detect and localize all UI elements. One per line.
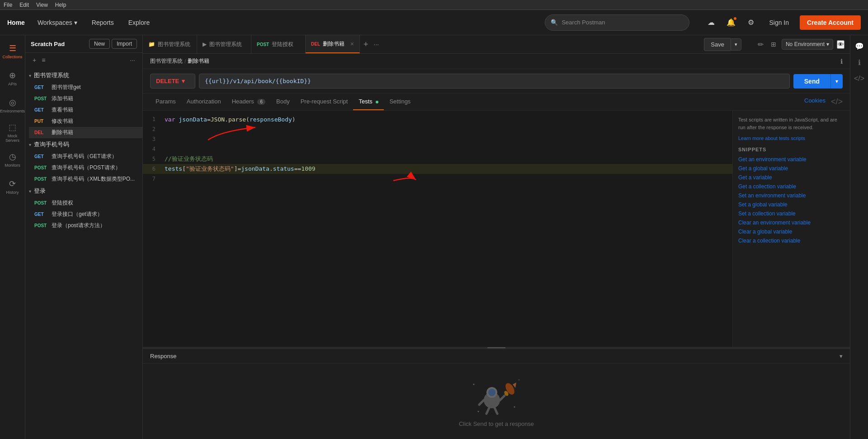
response-chevron-icon[interactable]: ▾ <box>840 353 843 360</box>
sidebar-item-monitors[interactable]: ◷ Monitors <box>2 147 24 173</box>
tab-close-icon[interactable]: × <box>350 40 354 47</box>
tab-method-badge: POST <box>257 42 269 47</box>
tab-settings[interactable]: Settings <box>384 93 416 110</box>
tab-params[interactable]: Params <box>150 93 181 110</box>
list-item[interactable]: POST 登陆授权 <box>29 197 142 209</box>
search-bar[interactable]: 🔍 Search Postman <box>545 14 689 31</box>
eye-icon-button[interactable]: 👁 <box>837 40 844 49</box>
home-button[interactable]: Home <box>7 19 25 26</box>
method-badge-get: GET <box>34 212 49 217</box>
history-icon: ⟳ <box>9 179 16 189</box>
menu-edit[interactable]: Edit <box>19 2 29 8</box>
new-button[interactable]: New <box>89 39 110 49</box>
cloud-icon[interactable]: ☁ <box>704 15 718 30</box>
tab-post-login[interactable]: POST 登陆授权 <box>251 35 306 53</box>
menu-view[interactable]: View <box>36 2 48 8</box>
method-chevron-icon: ▾ <box>182 78 185 84</box>
view-icon-button[interactable]: ⊞ <box>769 39 778 50</box>
tab-pre-request[interactable]: Pre-request Script <box>295 93 354 110</box>
collection-header-main[interactable]: ▾ 图书管理系统 <box>25 69 142 82</box>
code-line: 5 //验证业务状态码 <box>143 154 732 164</box>
info-icon-button[interactable]: ℹ <box>840 58 843 65</box>
menu-help[interactable]: Help <box>55 2 66 8</box>
editor-area: 1 var jsonData=JSON.parse(responseBody) … <box>143 111 850 347</box>
send-button-group: Send ▾ <box>793 74 843 89</box>
panel-actions: New Import <box>89 39 137 49</box>
list-item[interactable]: POST 查询手机号码（XML数据类型PO... <box>29 173 142 185</box>
tab-method-badge: DEL <box>311 42 320 47</box>
save-dropdown-button[interactable]: ▾ <box>731 38 741 51</box>
tab-folder-2[interactable]: ▶ 图书管理系统 <box>197 35 251 53</box>
tab-headers[interactable]: Headers 6 <box>226 93 271 110</box>
list-item[interactable]: GET 查看书籍 <box>29 104 142 116</box>
add-tab-button[interactable]: + <box>360 40 372 49</box>
sub-collection-name: 查询手机号码 <box>34 140 69 149</box>
method-selector[interactable]: DELETE ▾ <box>150 74 195 89</box>
send-dropdown[interactable]: ▾ <box>830 74 843 89</box>
explore-nav[interactable]: Explore <box>125 17 153 28</box>
right-comments-icon[interactable]: 💬 <box>852 39 867 53</box>
send-button[interactable]: Send <box>793 74 830 89</box>
list-item-active[interactable]: DEL 删除书籍 <box>29 127 142 138</box>
sidebar-item-history[interactable]: ⟳ History <box>2 174 24 200</box>
sign-in-button[interactable]: Sign In <box>764 16 794 29</box>
right-code-icon[interactable]: </> <box>852 71 867 86</box>
reports-nav[interactable]: Reports <box>88 17 118 28</box>
environment-selector[interactable]: No Environment ▾ <box>782 39 833 50</box>
tab-tests[interactable]: Tests <box>353 93 384 110</box>
snippet-item[interactable]: Set a collection variable <box>738 209 844 218</box>
tab-body[interactable]: Body <box>271 93 295 110</box>
snippet-item[interactable]: Get a collection variable <box>738 182 844 191</box>
save-button[interactable]: Save <box>704 38 731 51</box>
login-group-name: 登录 <box>34 187 46 195</box>
method-badge-get: GET <box>34 107 49 112</box>
snippet-item[interactable]: Get a variable <box>738 173 844 182</box>
login-group-header[interactable]: ▾ 登录 <box>25 185 142 197</box>
list-item[interactable]: POST 添加书籍 <box>29 93 142 104</box>
snippets-label: SNIPPETS <box>738 147 844 152</box>
bell-icon[interactable]: 🔔 <box>724 15 738 30</box>
tab-folder-1[interactable]: 📁 图书管理系统 <box>143 35 197 53</box>
method-label: DELETE <box>156 78 179 84</box>
code-editor[interactable]: 1 var jsonData=JSON.parse(responseBody) … <box>143 111 732 347</box>
tab-del-book[interactable]: DEL 删除书籍 × <box>306 35 360 53</box>
workspaces-nav[interactable]: Workspaces ▾ <box>34 17 81 28</box>
list-item[interactable]: PUT 修改书籍 <box>29 116 142 127</box>
list-item[interactable]: GET 图书管理get <box>29 82 142 93</box>
sidebar-item-apis[interactable]: ⊕ APIs <box>2 66 24 91</box>
snippet-item[interactable]: Get an environment variable <box>738 155 844 164</box>
snippet-item[interactable]: Clear a global variable <box>738 227 844 236</box>
settings-icon[interactable]: ⚙ <box>744 15 758 30</box>
sidebar-item-collections[interactable]: ☰ Collections <box>2 39 24 64</box>
list-item[interactable]: POST 查询手机号码（POST请求） <box>29 162 142 173</box>
import-button[interactable]: Import <box>112 39 137 49</box>
filter-btn[interactable]: ≡ <box>40 56 47 65</box>
snippet-item[interactable]: Set a global variable <box>738 200 844 209</box>
sidebar-item-mock-servers[interactable]: ⬚ Mock Servers <box>2 120 24 145</box>
edit-icon-button[interactable]: ✏ <box>756 38 765 51</box>
method-badge-post: POST <box>34 201 49 205</box>
list-item[interactable]: GET 查询手机号码（GET请求） <box>29 151 142 162</box>
method-badge-get: GET <box>34 154 49 159</box>
tabs-more-button[interactable]: ··· <box>372 41 381 48</box>
sub-collection-header[interactable]: ▾ 查询手机号码 <box>25 138 142 151</box>
workspaces-chevron-icon: ▾ <box>74 19 77 26</box>
more-options-btn[interactable]: ··· <box>128 56 137 65</box>
snippet-item[interactable]: Clear an environment variable <box>738 218 844 227</box>
list-item[interactable]: GET 登录接口（get请求） <box>29 209 142 220</box>
snippet-item[interactable]: Clear a collection variable <box>738 236 844 245</box>
add-collection-btn[interactable]: + <box>31 56 38 65</box>
url-input[interactable] <box>199 74 790 89</box>
tab-authorization[interactable]: Authorization <box>181 93 226 110</box>
snippet-item[interactable]: Set an environment variable <box>738 191 844 200</box>
code-view-icon[interactable]: </> <box>831 97 843 107</box>
mock-servers-icon: ⬚ <box>9 122 16 132</box>
create-account-button[interactable]: Create Account <box>800 15 861 30</box>
list-item[interactable]: POST 登录（post请求方法） <box>29 220 142 231</box>
learn-more-link[interactable]: Learn more about tests scripts <box>738 135 805 141</box>
menu-file[interactable]: File <box>4 2 12 8</box>
right-info-icon[interactable]: ℹ <box>852 55 867 70</box>
snippet-item[interactable]: Get a global variable <box>738 164 844 173</box>
sidebar-item-environments[interactable]: ◎ Environments <box>2 93 24 118</box>
cookies-link[interactable]: Cookies <box>804 97 826 107</box>
